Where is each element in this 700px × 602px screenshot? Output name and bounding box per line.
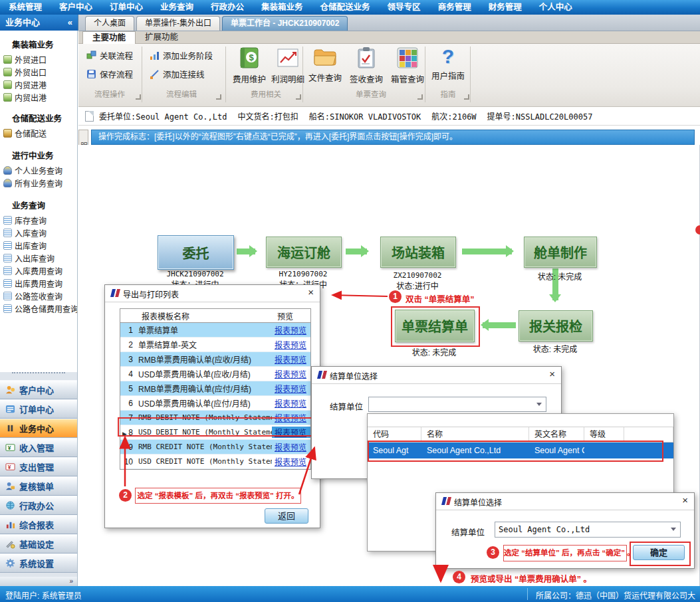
sidebar-item-domestic-out[interactable]: 内贸出港 <box>0 91 77 104</box>
table-row[interactable]: 3RMB单票费用确认单(应收/月结)报表预览 <box>120 352 310 367</box>
sidebar-item-inbound-fee-query[interactable]: 入库费用查询 <box>0 264 77 277</box>
menu-item-admin[interactable]: 行政办公 <box>202 0 253 15</box>
back-button[interactable]: 返回 <box>265 508 308 524</box>
accordion-expense-mgmt[interactable]: ¥ 支出管理 <box>0 457 77 476</box>
settle-unit-combobox[interactable]: Seoul Agent Co.,Ltd <box>495 522 681 538</box>
report-preview-link[interactable]: 报表预览 <box>275 458 306 467</box>
report-preview-link[interactable]: 报表预览 <box>275 326 306 336</box>
table-row[interactable]: 4USD单票费用确认单(应收/月结)报表预览 <box>120 367 310 381</box>
accordion-more-bar[interactable]: » <box>0 577 78 586</box>
sidebar-item-domestic-in[interactable]: 内贸进港 <box>0 78 77 91</box>
flow-node-sea-booking[interactable]: 海运订舱 <box>266 237 342 268</box>
sidebar-item-road-storage-fee-query[interactable]: 公路仓储费用查询 <box>0 302 77 315</box>
dialog-title-bar[interactable]: 结算单位选择 × <box>436 493 694 510</box>
ribbon-tab-main[interactable]: 主要功能 <box>82 31 136 45</box>
report-preview-link[interactable]: 报表预览 <box>275 443 306 452</box>
container-query-button[interactable]: 箱管查询 <box>388 47 427 85</box>
tab-ticket-workbench[interactable]: 单票工作台 - JHCK210907002 <box>222 16 348 31</box>
flow-node-customs[interactable]: 报关报检 <box>519 310 593 342</box>
flow-arrow-left-icon <box>483 322 516 328</box>
table-row-selected[interactable]: ▶8USD DEBIT NOTE (Monthly Statement)报表预览 <box>120 425 310 440</box>
add-stage-button[interactable]: 添加业务阶段 <box>147 48 215 62</box>
tab-personal-desktop[interactable]: 个人桌面 <box>85 16 134 31</box>
sidebar-item-personal-biz-query[interactable]: 个人业务查询 <box>0 164 77 177</box>
save-flow-button[interactable]: 保存流程 <box>84 66 136 81</box>
group-launcher-icon[interactable] <box>216 94 221 100</box>
sidebar-item-road-receipt-query[interactable]: 公路签收查询 <box>0 290 77 302</box>
accordion-income-mgmt[interactable]: ¥ 收入管理 <box>0 438 77 457</box>
menu-item-leader[interactable]: 领导专区 <box>379 0 429 15</box>
flow-node-yard-stuffing-status: ZX210907002 状态:进行中 <box>375 271 460 291</box>
accordion-order-center[interactable]: 订单中心 <box>0 399 77 419</box>
sidebar-item-foreign-export[interactable]: 外贸出口 <box>0 66 77 78</box>
sidebar-collapse-icon[interactable]: « <box>68 15 72 31</box>
dropdown-row-selected[interactable]: Seoul Agt Seoul Agent Co.,Ltd Seoul Agen… <box>368 443 673 458</box>
menu-item-system[interactable]: 系统管理 <box>0 0 51 15</box>
close-icon[interactable]: × <box>682 494 688 506</box>
menu-item-warehouse[interactable]: 仓储配送业务 <box>312 0 379 15</box>
profit-detail-button[interactable]: 利润明细 <box>269 47 307 85</box>
flow-arrow-right-icon <box>346 249 367 254</box>
accordion-resize-handle[interactable] <box>12 372 65 380</box>
settle-unit-combobox[interactable] <box>368 397 546 412</box>
accordion-reports[interactable]: 综合报表 <box>0 515 77 534</box>
receipt-query-button[interactable]: 签收查询 <box>347 47 386 85</box>
flow-node-settlement[interactable]: 单票结算单 <box>395 310 475 342</box>
menu-item-finance[interactable]: 财务管理 <box>480 0 530 15</box>
add-connector-button[interactable]: 添加连接线 <box>147 66 207 81</box>
report-preview-link[interactable]: 报表预览 <box>275 341 306 350</box>
table-row[interactable]: 7RMB DEBIT NOTE (Monthly Statement)报表预览 <box>120 411 310 425</box>
accordion-customer-center[interactable]: 客户中心 <box>0 380 77 399</box>
table-row[interactable]: 1单票结算单报表预览 <box>120 323 310 338</box>
menu-item-personal[interactable]: 个人中心 <box>530 0 581 15</box>
report-preview-link[interactable]: 报表预览 <box>275 414 306 423</box>
accordion-system-settings[interactable]: 系统设置 <box>0 553 77 573</box>
link-flow-button[interactable]: 关联流程 <box>84 48 136 62</box>
group-launcher-icon[interactable] <box>136 94 141 100</box>
report-preview-link[interactable]: 报表预览 <box>275 399 306 409</box>
accordion-business-center[interactable]: 业务中心 <box>0 419 77 438</box>
sidebar-item-stock-query[interactable]: 库存查询 <box>0 214 77 227</box>
tab-ticket-ops[interactable]: 单票操作-集外出口 <box>136 16 220 31</box>
accordion-base-settings[interactable]: 基础设定 <box>0 534 77 553</box>
dialog-title-bar[interactable]: 导出与打印列表 × <box>105 285 320 302</box>
flow-node-manifest[interactable]: 舱单制作 <box>524 237 597 268</box>
table-row[interactable]: 5RMB单票费用确认单(应付/月结)报表预览 <box>120 381 310 396</box>
accordion-review-lock[interactable]: 复核锁单 <box>0 476 77 496</box>
table-row[interactable]: 10USD CREDIT NOTE (Monthly Statement)报表预… <box>120 454 310 469</box>
group-launcher-icon[interactable] <box>417 94 423 100</box>
sidebar-item-all-biz-query[interactable]: 所有业务查询 <box>0 177 77 189</box>
sidebar-item-foreign-import[interactable]: 外贸进口 <box>0 53 77 66</box>
ok-button[interactable]: 确定 <box>633 545 685 560</box>
group-launcher-icon[interactable] <box>296 94 301 100</box>
table-row[interactable]: 9RMB CREDIT NOTE (Monthly Statement)报表预览 <box>120 440 310 454</box>
dropdown-filter-row[interactable] <box>368 414 673 427</box>
flow-node-entrust[interactable]: 委托 <box>158 235 234 270</box>
group-launcher-icon[interactable] <box>464 94 469 100</box>
report-preview-link[interactable]: 报表预览 <box>275 385 306 394</box>
menu-item-biz-query[interactable]: 业务查询 <box>152 0 202 15</box>
table-row[interactable]: 2单票结算单-英文报表预览 <box>120 338 310 352</box>
menu-item-container[interactable]: 集装箱业务 <box>253 0 312 15</box>
fee-maintain-button[interactable]: $ 费用维护 <box>230 47 269 85</box>
report-preview-link[interactable]: 报表预览 <box>275 370 306 379</box>
accordion-admin-office[interactable]: 行政办公 <box>0 496 77 515</box>
file-query-button[interactable]: 文件查询 <box>306 47 344 84</box>
sidebar-item-warehouse-delivery[interactable]: 仓储配送 <box>0 127 77 140</box>
user-guide-button[interactable]: ? 用户指南 <box>429 45 467 82</box>
close-icon[interactable]: × <box>549 368 555 379</box>
menu-item-customer[interactable]: 客户中心 <box>51 0 101 15</box>
menu-item-commerce[interactable]: 商务管理 <box>429 0 480 15</box>
close-icon[interactable]: × <box>308 286 314 298</box>
dialog-title-bar[interactable]: 结算单位选择 × <box>312 367 561 384</box>
sidebar-item-outbound-fee-query[interactable]: 出库费用查询 <box>0 277 77 290</box>
report-preview-link[interactable]: 报表预览 <box>275 355 306 365</box>
flow-node-yard-stuffing[interactable]: 场站装箱 <box>380 237 456 268</box>
sidebar-item-outbound-query[interactable]: 出库查询 <box>0 239 77 252</box>
report-preview-link[interactable]: 报表预览 <box>275 429 306 438</box>
ribbon-tab-extended[interactable]: 扩展功能 <box>136 31 187 44</box>
sidebar-item-inout-query[interactable]: 入出库查询 <box>0 252 77 264</box>
table-row[interactable]: 6USD单票费用确认单(应付/月结)报表预览 <box>120 396 310 411</box>
sidebar-item-inbound-query[interactable]: 入库查询 <box>0 227 77 239</box>
menu-item-order[interactable]: 订单中心 <box>101 0 152 15</box>
